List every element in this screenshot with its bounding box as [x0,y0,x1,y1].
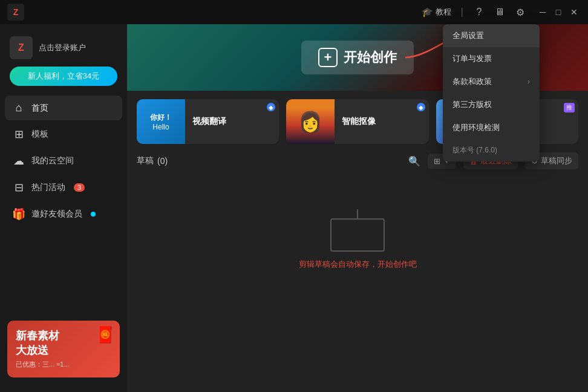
card-thumb-portrait: 👩 [286,99,335,144]
card-title: 视频翻译 [192,116,272,127]
film-handle [357,209,358,219]
sidebar: Z 点击登录账户 新人福利，立省34元 ⌂ 首页 ⊞ 模板 ☁ 我的云空间 ⊟ … [0,24,127,392]
minimize-button[interactable]: ─ [536,5,549,19]
feature-card-video-translate[interactable]: 你好！ Hello 视频翻译 ◆ [137,99,279,144]
cloud-icon: ☁ [12,154,25,168]
banner-title-line2: 大放送 [16,344,111,358]
sidebar-item-home[interactable]: ⌂ 首页 [5,96,122,120]
sidebar-item-invite[interactable]: 🎁 邀好友领会员 [5,201,122,227]
create-button[interactable]: + 开始创作 [301,41,414,74]
sidebar-user[interactable]: Z 点击登录账户 [0,31,127,67]
titlebar-left: Z [7,4,24,21]
sidebar-item-hot[interactable]: ⊟ 热门活动 3 [5,175,122,200]
card-body-video-translate: 视频翻译 ◆ [185,99,279,144]
hello-text: 你好！ Hello [150,113,172,131]
sidebar-item-templates[interactable]: ⊞ 模板 [5,122,122,147]
maximize-button[interactable]: □ [552,5,565,19]
titlebar: Z 🎓 教程 | ? 🖥 ⚙ ─ □ ✕ [0,0,588,24]
sidebar-item-label: 热门活动 [31,182,65,193]
sidebar-nav: ⌂ 首页 ⊞ 模板 ☁ 我的云空间 ⊟ 热门活动 3 🎁 邀好友领会员 [0,96,127,227]
diamond-badge-2: ◆ [417,103,425,111]
tutorial-button[interactable]: 🎓 教程 [422,7,451,18]
dropdown-menu: 全局设置 订单与发票 条款和政策 › 第三方版权 使用环境检测 版本号 (7.6… [443,24,540,162]
login-text: 点击登录账户 [39,42,86,53]
diamond-badge: ◆ [267,103,275,111]
app-logo: Z [7,4,24,21]
window-controls: ─ □ ✕ [536,5,581,19]
banner-decoration: 🧧 [96,325,115,344]
card-body-portrait: 智能抠像 ◆ [335,99,428,144]
draft-count: (0) [157,156,168,166]
sidebar-item-label: 我的云空间 [31,155,74,166]
feature-card-smart-portrait[interactable]: 👩 智能抠像 ◆ [286,99,428,144]
monitor-icon[interactable]: 🖥 [494,6,506,18]
invite-dot-badge [91,212,96,217]
draft-title: 草稿 [137,155,154,166]
sidebar-item-label: 首页 [31,103,48,114]
empty-text: 剪辑草稿会自动保存，开始创作吧 [299,259,417,270]
dropdown-item-env-check[interactable]: 使用环境检测 [443,116,540,139]
film-frame [330,218,385,252]
empty-state: 剪辑草稿会自动保存，开始创作吧 [137,179,578,300]
dropdown-item-terms[interactable]: 条款和政策 › [443,70,540,93]
draft-title-group: 草稿 (0) [137,155,168,166]
divider: | [461,7,463,18]
vip-button[interactable]: 新人福利，立省34元 [10,67,117,86]
card-title: 智能抠像 [342,116,421,127]
draft-section: 草稿 (0) 🔍 ⊞ ▼ 🗑 最近删除 ↻ 草稿同步 [127,152,588,392]
sidebar-item-label: 模板 [31,129,48,140]
templates-icon: ⊞ [12,128,25,141]
sidebar-banner[interactable]: 新春素材 大放送 已优惠：三... ≈1... 🧧 [7,321,120,377]
titlebar-icons: ? 🖥 ⚙ [473,6,526,18]
banner-sub: 已优惠：三... ≈1... [16,360,111,369]
sidebar-item-cloud[interactable]: ☁ 我的云空间 [5,148,122,174]
portrait-mock: 👩 [286,99,335,144]
dropdown-item-third-party[interactable]: 第三方版权 [443,93,540,116]
thumb-hello-bg: 你好！ Hello [137,99,185,144]
dropdown-item-orders[interactable]: 订单与发票 [443,47,540,70]
sidebar-item-label: 邀好友领会员 [31,209,82,220]
grid-icon: ⊞ [434,157,440,166]
home-icon: ⌂ [12,102,25,114]
empty-icon [327,209,388,252]
avatar: Z [10,36,33,59]
hot-icon: ⊟ [12,181,25,194]
settings-icon[interactable]: ⚙ [514,6,526,18]
gift-icon: 🎁 [12,207,25,221]
titlebar-right: 🎓 教程 | ? 🖥 ⚙ ─ □ ✕ [422,5,581,19]
pro-badge: 推 [564,103,575,113]
portrait-figure: 👩 [298,110,322,133]
help-icon[interactable]: ? [473,6,485,18]
plus-icon: + [318,48,338,67]
dropdown-item-version: 版本号 (7.6.0) [443,139,540,162]
hot-badge: 3 [74,183,85,192]
dropdown-item-global-settings[interactable]: 全局设置 [443,24,540,47]
close-button[interactable]: ✕ [567,5,581,19]
chevron-right-icon: › [528,77,530,86]
card-thumb-video-translate: 你好！ Hello [137,99,185,144]
search-icon[interactable]: 🔍 [408,155,420,167]
empty-text-link[interactable]: 创作 [393,260,409,269]
